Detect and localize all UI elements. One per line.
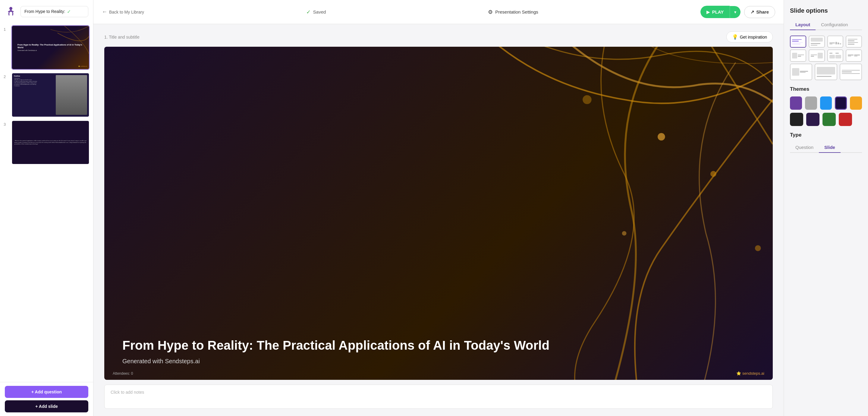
theme-purple[interactable] [790, 96, 802, 110]
tab-configuration[interactable]: Configuration [815, 20, 853, 30]
get-inspiration-button[interactable]: 💡 Get inspiration [726, 31, 773, 42]
add-slide-button[interactable]: + Add slide [5, 400, 88, 412]
slide-label-row: 1. Title and subtitle 💡 Get inspiration [104, 31, 773, 42]
svg-point-4 [583, 95, 592, 104]
theme-orange[interactable] [850, 96, 862, 110]
back-arrow-icon: ← [102, 9, 107, 15]
slide-canvas: From Hype to Reality: The Practical Appl… [104, 47, 773, 380]
layout-option-text-image-right[interactable] [809, 50, 825, 61]
settings-gear-icon: ⚙ [488, 9, 493, 16]
list-item[interactable]: 2 Outline • Introduction• Why AI can mak… [4, 73, 90, 117]
slide-thumbnail[interactable]: "What are the practical applications of … [11, 120, 90, 165]
type-tab-question[interactable]: Question [790, 142, 819, 153]
list-item[interactable]: 1 From Hype to Reality: The Practical Ap… [4, 25, 90, 70]
slide3-thumb-text: "What are the practical applications of … [14, 140, 87, 145]
back-to-library-link[interactable]: ← Back to My Library [102, 9, 144, 15]
sidebar-actions: + Add question + Add slide [0, 382, 93, 416]
type-tabs: Question Slide [790, 142, 862, 153]
layout-option-text-lines[interactable] [846, 36, 862, 48]
type-tab-slide[interactable]: Slide [819, 142, 841, 153]
layout-option-image-left-text[interactable] [790, 50, 806, 61]
sidebar-header: From Hype to Reality: ✓ [0, 0, 93, 23]
slide-number: 2 [4, 75, 8, 79]
panel-title: Slide options [790, 7, 862, 14]
layout-option-image-text-row[interactable] [790, 64, 812, 81]
layout-grid-row2 [790, 50, 862, 61]
theme-black[interactable] [790, 113, 803, 126]
layout-option-text-only[interactable] [790, 36, 806, 48]
share-icon: ↗ [750, 9, 754, 15]
right-panel: Slide options Layout Configuration [784, 0, 868, 416]
notes-area[interactable]: Click to add notes [104, 385, 773, 409]
theme-dark-navy[interactable] [806, 113, 819, 126]
layout-option-two-col-image[interactable] [827, 50, 844, 61]
type-title: Type [790, 132, 862, 138]
add-question-button[interactable]: + Add question [5, 386, 88, 398]
slide-label: 1. Title and subtitle [104, 35, 140, 39]
slide-footer: Attendees: 0 ⭐ sendsteps.ai [104, 371, 773, 376]
main-area: ← Back to My Library ✓ Saved ⚙ Presentat… [93, 0, 784, 416]
theme-dark-purple[interactable] [835, 96, 847, 110]
play-button[interactable]: ▶ PLAY [701, 6, 730, 18]
layout-option-chart-right[interactable] [827, 36, 844, 48]
slide1-thumb-sub: Generated with Sendsteps.ai [18, 50, 84, 51]
slide-content: From Hype to Reality: The Practical Appl… [122, 338, 755, 365]
slide-thumbnail[interactable]: From Hype to Reality: The Practical Appl… [11, 25, 90, 70]
slide1-thumb-title: From Hype to Reality: The Practical Appl… [18, 44, 84, 49]
layout-grid-row1 [790, 36, 862, 48]
brand-icon: ⭐ [736, 371, 741, 376]
theme-green[interactable] [823, 113, 836, 126]
layout-option-image-center[interactable] [809, 36, 825, 48]
slide-main-title: From Hype to Reality: The Practical Appl… [122, 338, 755, 353]
slide-number: 3 [4, 122, 8, 127]
slide2-thumb-title: Outline [14, 75, 55, 77]
get-inspiration-label: Get inspiration [740, 35, 767, 39]
themes-title: Themes [790, 86, 862, 92]
sidebar: From Hype to Reality: ✓ 1 From Hype to R… [0, 0, 93, 416]
saved-label: Saved [313, 9, 326, 14]
topbar: ← Back to My Library ✓ Saved ⚙ Presentat… [93, 0, 784, 24]
layout-grid-row3 [790, 64, 862, 81]
attendees-label: Attendees: 0 [113, 372, 133, 376]
layout-option-full-image[interactable] [815, 64, 837, 81]
slide-thumbnail[interactable]: Outline • Introduction• Why AI can make … [11, 73, 90, 117]
bulb-icon: 💡 [732, 34, 738, 40]
settings-label: Presentation Settings [495, 9, 538, 14]
slides-list: 1 From Hype to Reality: The Practical Ap… [0, 23, 93, 382]
slide2-thumb-items: • Introduction• Why AI can make your lif… [14, 78, 55, 87]
back-label: Back to My Library [109, 10, 144, 14]
brand-label: ⭐ sendsteps.ai [736, 371, 764, 376]
topbar-right: ▶ PLAY ▾ ↗ Share [701, 6, 775, 18]
layout-option-lines-wide[interactable] [840, 64, 862, 81]
play-dropdown-button[interactable]: ▾ [730, 6, 741, 18]
svg-point-1 [658, 133, 665, 141]
tabs: Layout Configuration [790, 20, 862, 30]
theme-blue[interactable] [820, 96, 832, 110]
slide-number: 1 [4, 27, 8, 32]
layout-option-text-cols[interactable] [846, 50, 862, 61]
themes-row2 [790, 113, 862, 126]
slide-subtitle: Generated with Sendsteps.ai [122, 358, 755, 365]
svg-point-3 [622, 231, 627, 236]
chevron-down-icon: ▾ [734, 10, 736, 14]
theme-gray[interactable] [805, 96, 817, 110]
svg-point-2 [710, 171, 716, 177]
play-button-group: ▶ PLAY ▾ [701, 6, 741, 18]
presentation-settings-button[interactable]: ⚙ Presentation Settings [488, 9, 538, 16]
themes-row1 [790, 96, 862, 110]
presentation-title-bar[interactable]: From Hype to Reality: ✓ [21, 6, 88, 17]
slide-background [104, 47, 773, 380]
notes-placeholder: Click to add notes [111, 390, 144, 395]
play-icon: ▶ [707, 10, 710, 14]
title-saved-icon: ✓ [67, 9, 71, 14]
list-item[interactable]: 3 "What are the practical applications o… [4, 120, 90, 165]
saved-check-icon: ✓ [306, 9, 311, 16]
svg-point-5 [755, 245, 761, 251]
share-label: Share [756, 9, 769, 14]
theme-red[interactable] [839, 113, 852, 126]
editor-area: 1. Title and subtitle 💡 Get inspiration [93, 24, 784, 416]
presentation-title: From Hype to Reality: [24, 9, 65, 14]
share-button[interactable]: ↗ Share [744, 6, 775, 18]
play-label: PLAY [712, 9, 724, 14]
tab-layout[interactable]: Layout [790, 20, 815, 30]
